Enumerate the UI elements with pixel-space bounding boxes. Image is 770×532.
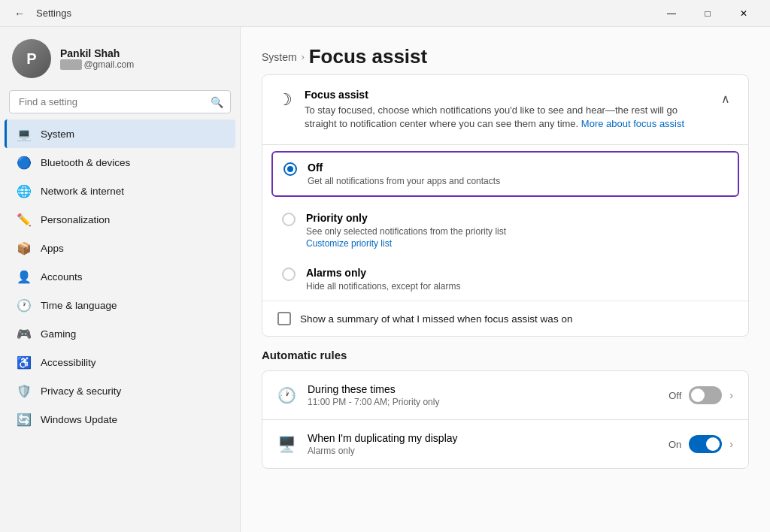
focus-moon-icon: ☽: [277, 90, 293, 110]
privacy-icon: 🛡️: [17, 383, 32, 398]
checkbox-label: Show a summary of what I missed when foc…: [300, 313, 572, 325]
window-controls: — □ ✕: [654, 2, 761, 26]
profile-email: @gmail.com: [60, 59, 134, 70]
sidebar-item-label: Personalization: [41, 214, 110, 225]
clock-icon: 🕐: [277, 386, 296, 404]
summary-checkbox[interactable]: [277, 312, 291, 325]
sidebar-item-accounts[interactable]: 👤 Accounts: [5, 262, 235, 291]
sidebar-item-label: Privacy & security: [41, 385, 121, 397]
chevron-right-icon: ›: [729, 389, 733, 401]
sidebar-item-privacy[interactable]: 🛡️ Privacy & security: [5, 376, 235, 405]
close-button[interactable]: ✕: [726, 2, 761, 26]
radio-alarms-label: Alarms only: [306, 267, 460, 279]
maximize-button[interactable]: □: [690, 2, 725, 26]
radio-option-alarms[interactable]: Alarms only Hide all notifications, exce…: [271, 258, 739, 301]
radio-alarms-desc: Hide all notifications, except for alarm…: [306, 281, 460, 292]
rule-times-right: Off ›: [668, 386, 733, 404]
sidebar-item-personalization[interactable]: ✏️ Personalization: [5, 205, 235, 234]
breadcrumb: System › Focus assist: [262, 45, 749, 68]
sidebar-item-system[interactable]: 💻 System: [5, 119, 235, 148]
sidebar-item-label: Bluetooth & devices: [41, 157, 130, 168]
radio-priority-label: Priority only: [306, 212, 506, 224]
chevron-right-icon-2: ›: [729, 438, 733, 450]
radio-priority-content: Priority only See only selected notifica…: [306, 212, 506, 249]
rule-times-toggle[interactable]: [689, 386, 722, 404]
avatar: P: [12, 39, 51, 78]
radio-alarms-button[interactable]: [282, 268, 296, 281]
sidebar-item-apps[interactable]: 📦 Apps: [5, 234, 235, 262]
main-layout: P Pankil Shah @gmail.com 🔍 💻 System 🔵 Bl…: [0, 27, 770, 532]
accessibility-icon: ♿: [17, 355, 32, 370]
search-input[interactable]: [9, 90, 231, 113]
sidebar-item-gaming[interactable]: 🎮 Gaming: [5, 319, 235, 348]
sidebar: P Pankil Shah @gmail.com 🔍 💻 System 🔵 Bl…: [0, 27, 241, 532]
rule-duplicating[interactable]: 🖥️ When I'm duplicating my display Alarm…: [262, 420, 748, 468]
sidebar-item-update[interactable]: 🔄 Windows Update: [5, 405, 235, 434]
radio-option-off[interactable]: Off Get all notifications from your apps…: [271, 151, 739, 197]
network-icon: 🌐: [17, 183, 32, 198]
radio-off-content: Off Get all notifications from your apps…: [308, 162, 500, 186]
email-blur: [60, 59, 82, 70]
sidebar-item-label: Network & internet: [41, 186, 124, 197]
rule-display-toggle[interactable]: [689, 435, 722, 453]
back-button[interactable]: ←: [9, 3, 30, 24]
minimize-button[interactable]: —: [654, 2, 689, 26]
search-icon: 🔍: [211, 96, 223, 108]
sidebar-item-label: Gaming: [41, 328, 76, 340]
breadcrumb-chevron: ›: [302, 52, 305, 62]
divider: [262, 144, 748, 145]
rule-times-title: During these times: [308, 383, 656, 395]
focus-assist-title: Focus assist: [305, 89, 706, 101]
sidebar-item-label: Windows Update: [41, 414, 117, 425]
update-icon: 🔄: [17, 412, 32, 427]
sidebar-item-network[interactable]: 🌐 Network & internet: [5, 177, 235, 205]
rule-display-title: When I'm duplicating my display: [308, 432, 656, 444]
toggle-thumb: [691, 388, 705, 402]
sidebar-item-time[interactable]: 🕐 Time & language: [5, 291, 235, 319]
page-title: Focus assist: [309, 45, 428, 68]
focus-assist-description: To stay focused, choose which notificati…: [305, 104, 706, 131]
rule-display-text: When I'm duplicating my display Alarms o…: [308, 432, 656, 456]
radio-off-button[interactable]: [283, 162, 297, 176]
profile-name: Pankil Shah: [60, 47, 134, 59]
radio-off-label: Off: [308, 162, 500, 174]
rule-display-status: On: [668, 439, 681, 450]
rule-display-right: On ›: [668, 435, 733, 453]
apps-icon: 📦: [17, 240, 32, 255]
sidebar-item-bluetooth[interactable]: 🔵 Bluetooth & devices: [5, 148, 235, 177]
focus-assist-header: ☽ Focus assist To stay focused, choose w…: [262, 75, 748, 144]
checkbox-row[interactable]: Show a summary of what I missed when foc…: [262, 301, 748, 336]
bluetooth-icon: 🔵: [17, 155, 32, 170]
automatic-rules-card: 🕐 During these times 11:00 PM - 7:00 AM;…: [262, 370, 749, 469]
personalization-icon: ✏️: [17, 212, 32, 227]
gaming-icon: 🎮: [17, 326, 32, 341]
sidebar-nav: 💻 System 🔵 Bluetooth & devices 🌐 Network…: [0, 119, 240, 434]
automatic-rules-section: Automatic rules 🕐 During these times 11:…: [262, 349, 749, 469]
focus-assist-link[interactable]: More about focus assist: [581, 118, 684, 129]
sidebar-item-accessibility[interactable]: ♿ Accessibility: [5, 348, 235, 376]
titlebar-title: Settings: [36, 8, 71, 19]
collapse-button[interactable]: ∧: [718, 89, 733, 109]
customize-priority-link[interactable]: Customize priority list: [306, 238, 392, 249]
radio-option-priority[interactable]: Priority only See only selected notifica…: [271, 203, 739, 258]
toggle-thumb-2: [706, 437, 720, 451]
sidebar-item-label: Accessibility: [41, 357, 96, 368]
automatic-rules-title: Automatic rules: [262, 349, 749, 361]
rule-during-times[interactable]: 🕐 During these times 11:00 PM - 7:00 AM;…: [262, 371, 748, 419]
profile-info: Pankil Shah @gmail.com: [60, 47, 134, 70]
rule-times-text: During these times 11:00 PM - 7:00 AM; P…: [308, 383, 656, 407]
focus-assist-text: Focus assist To stay focused, choose whi…: [305, 89, 706, 131]
radio-priority-desc: See only selected notifications from the…: [306, 226, 506, 237]
radio-off-desc: Get all notifications from your apps and…: [308, 176, 500, 186]
radio-alarms-content: Alarms only Hide all notifications, exce…: [306, 267, 460, 292]
accounts-icon: 👤: [17, 269, 32, 284]
display-icon: 🖥️: [277, 435, 296, 453]
breadcrumb-parent[interactable]: System: [262, 51, 297, 63]
radio-priority-button[interactable]: [282, 213, 296, 226]
system-icon: 💻: [17, 126, 32, 141]
focus-assist-card: ☽ Focus assist To stay focused, choose w…: [262, 74, 749, 337]
sidebar-item-label: Apps: [41, 243, 64, 254]
titlebar: ← Settings — □ ✕: [0, 0, 770, 27]
sidebar-item-label: Accounts: [41, 271, 83, 283]
rule-display-subtitle: Alarms only: [308, 446, 656, 456]
